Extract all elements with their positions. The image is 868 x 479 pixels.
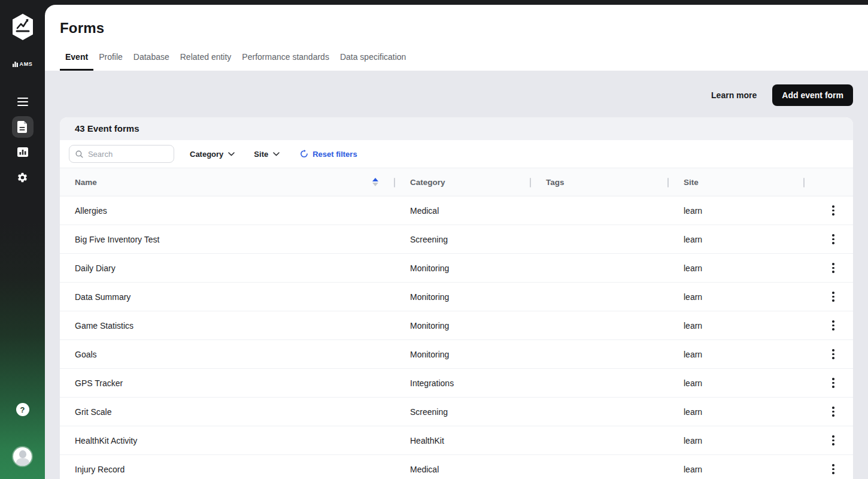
tab-database[interactable]: Database [128, 52, 175, 71]
search-icon [75, 150, 83, 159]
brand-name: AMS [20, 61, 33, 67]
table-row[interactable]: Daily Diary Monitoring learn [60, 254, 853, 283]
cell-category: Medical [395, 206, 531, 216]
learn-more-button[interactable]: Learn more [711, 90, 757, 100]
sidebar: AMS ? [0, 0, 45, 479]
table-row[interactable]: Game Statistics Monitoring learn [60, 311, 853, 340]
brand-label: AMS [13, 61, 33, 67]
row-menu-button[interactable] [825, 346, 842, 363]
sidebar-item-forms[interactable] [12, 116, 34, 138]
table-body: Allergies Medical learn Big Five Invento… [60, 196, 853, 479]
table-header: Name Category Tags Site [60, 168, 853, 196]
tab-data-specification[interactable]: Data specification [335, 52, 412, 71]
table-row[interactable]: Injury Record Medical learn [60, 455, 853, 479]
tab-related-entity[interactable]: Related entity [175, 52, 237, 71]
cell-category: Monitoring [395, 350, 531, 359]
sidebar-menu-button[interactable] [12, 91, 34, 113]
reset-filters-button[interactable]: Reset filters [300, 150, 357, 159]
row-menu-button[interactable] [825, 461, 842, 478]
column-header-actions [805, 168, 853, 196]
table-row[interactable]: Goals Monitoring learn [60, 340, 853, 369]
cell-site: learn [669, 263, 805, 273]
cell-site: learn [669, 465, 805, 474]
sidebar-item-reports[interactable] [12, 141, 34, 163]
question-mark-icon: ? [20, 405, 25, 414]
search-box[interactable] [69, 145, 174, 163]
cell-site: learn [669, 206, 805, 216]
tab-profile[interactable]: Profile [93, 52, 128, 71]
cell-name: Goals [60, 350, 395, 359]
brand-chart-icon [13, 62, 18, 67]
main-panel: Forms EventProfileDatabaseRelated entity… [45, 5, 868, 479]
table-row[interactable]: HealthKit Activity HealthKit learn [60, 426, 853, 455]
row-menu-button[interactable] [825, 289, 842, 305]
cell-category: Monitoring [395, 321, 531, 331]
cell-site: learn [669, 321, 805, 331]
add-event-form-button[interactable]: Add event form [772, 84, 853, 106]
row-menu-button[interactable] [825, 432, 842, 449]
cell-name: Data Summary [60, 292, 395, 302]
row-menu-button[interactable] [825, 260, 842, 277]
cell-name: GPS Tracker [60, 378, 395, 388]
table-row[interactable]: GPS Tracker Integrations learn [60, 369, 853, 398]
chevron-down-icon [273, 152, 280, 156]
cell-name: Game Statistics [60, 321, 395, 331]
site-filter-label: Site [254, 150, 268, 159]
sort-icon[interactable] [372, 178, 378, 186]
column-header-name[interactable]: Name [60, 168, 395, 196]
cell-category: Monitoring [395, 263, 531, 273]
cell-name: Allergies [60, 206, 395, 216]
column-header-site[interactable]: Site [669, 168, 805, 196]
actions-row: Learn more Add event form [60, 71, 853, 106]
category-filter-label: Category [190, 150, 223, 159]
cell-name: Injury Record [60, 465, 395, 474]
row-menu-button[interactable] [825, 231, 842, 248]
row-menu-button[interactable] [825, 317, 842, 334]
avatar-head [19, 450, 26, 458]
row-menu-button[interactable] [825, 375, 842, 392]
tabs: EventProfileDatabaseRelated entityPerfor… [60, 52, 868, 71]
app-logo-icon[interactable] [10, 13, 35, 41]
search-input[interactable] [88, 150, 168, 159]
page-header: Forms EventProfileDatabaseRelated entity… [45, 5, 868, 71]
cell-name: Daily Diary [60, 263, 395, 273]
cell-name: Big Five Inventory Test [60, 235, 395, 244]
cell-category: Screening [395, 235, 531, 244]
event-forms-card: 43 Event forms Category [60, 117, 853, 479]
category-filter[interactable]: Category [190, 150, 235, 159]
user-avatar[interactable] [13, 447, 32, 466]
row-menu-button[interactable] [825, 404, 842, 420]
sidebar-item-settings[interactable] [12, 166, 34, 188]
cell-category: Monitoring [395, 292, 531, 302]
bar-chart-icon [17, 147, 28, 157]
content-area: Learn more Add event form 43 Event forms… [45, 71, 868, 479]
cell-category: HealthKit [395, 436, 531, 445]
cell-category: Integrations [395, 378, 531, 388]
card-title: 43 Event forms [75, 123, 139, 134]
filter-row: Category Site Reset filt [60, 140, 853, 168]
table-row[interactable]: Data Summary Monitoring learn [60, 283, 853, 311]
cell-site: learn [669, 235, 805, 244]
row-menu-button[interactable] [825, 202, 842, 219]
tab-performance-standards[interactable]: Performance standards [236, 52, 335, 71]
hamburger-icon [17, 98, 28, 106]
site-filter[interactable]: Site [254, 150, 280, 159]
table-row[interactable]: Big Five Inventory Test Screening learn [60, 225, 853, 254]
table-row[interactable]: Grit Scale Screening learn [60, 398, 853, 426]
chevron-down-icon [228, 152, 235, 156]
document-icon [17, 121, 28, 133]
table-row[interactable]: Allergies Medical learn [60, 196, 853, 225]
page-title: Forms [60, 20, 868, 37]
cell-category: Medical [395, 465, 531, 474]
column-header-tags[interactable]: Tags [531, 168, 669, 196]
tab-event[interactable]: Event [60, 52, 93, 71]
cell-site: learn [669, 292, 805, 302]
cell-site: learn [669, 378, 805, 388]
reset-filters-label: Reset filters [312, 150, 357, 159]
sort-desc-arrow [372, 183, 378, 186]
avatar-body [16, 458, 29, 466]
cell-name: HealthKit Activity [60, 436, 395, 445]
column-header-category[interactable]: Category [395, 168, 531, 196]
cell-site: learn [669, 350, 805, 359]
help-button[interactable]: ? [16, 403, 29, 416]
